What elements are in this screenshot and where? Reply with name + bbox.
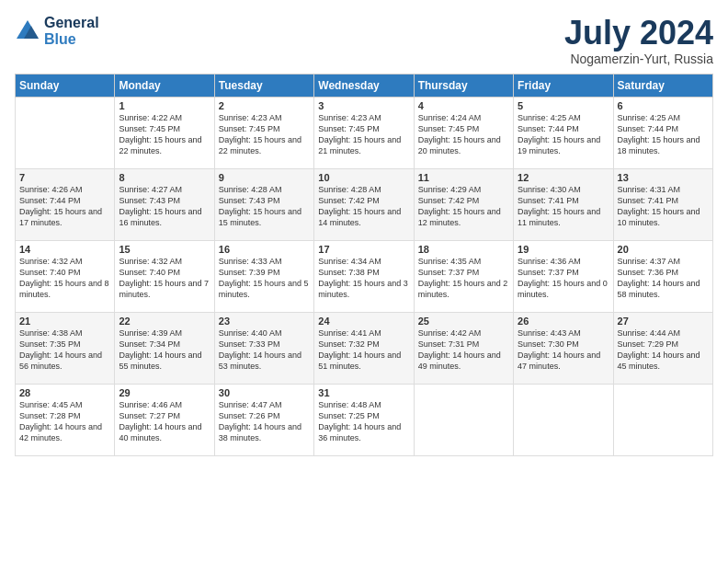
logo: General Blue bbox=[15, 15, 99, 47]
daylight-text: Daylight: 14 hours and 53 minutes. bbox=[219, 350, 310, 372]
day-number: 30 bbox=[219, 387, 310, 398]
sunrise-text: Sunrise: 4:38 AM bbox=[19, 327, 110, 339]
sunrise-text: Sunrise: 4:31 AM bbox=[618, 184, 709, 195]
sunrise-text: Sunrise: 4:26 AM bbox=[19, 184, 110, 195]
sunset-text: Sunset: 7:41 PM bbox=[618, 195, 709, 206]
sunrise-text: Sunrise: 4:47 AM bbox=[219, 399, 310, 410]
calendar-day-header: Saturday bbox=[613, 74, 712, 97]
sunset-text: Sunset: 7:44 PM bbox=[518, 123, 609, 134]
cell-details: Sunrise: 4:33 AM Sunset: 7:39 PM Dayligh… bbox=[219, 256, 310, 301]
sunset-text: Sunset: 7:29 PM bbox=[618, 339, 709, 350]
calendar-cell: 18 Sunrise: 4:35 AM Sunset: 7:37 PM Dayl… bbox=[414, 240, 513, 312]
sunrise-text: Sunrise: 4:32 AM bbox=[19, 256, 110, 267]
sunset-text: Sunset: 7:45 PM bbox=[219, 123, 310, 134]
daylight-text: Daylight: 14 hours and 55 minutes. bbox=[119, 350, 210, 372]
logo-text: General Blue bbox=[44, 15, 99, 47]
cell-details: Sunrise: 4:41 AM Sunset: 7:32 PM Dayligh… bbox=[318, 327, 409, 373]
daylight-text: Daylight: 15 hours and 2 minutes. bbox=[418, 278, 509, 300]
cell-details: Sunrise: 4:36 AM Sunset: 7:37 PM Dayligh… bbox=[518, 256, 609, 301]
sunset-text: Sunset: 7:43 PM bbox=[219, 195, 310, 206]
sunrise-text: Sunrise: 4:23 AM bbox=[219, 112, 310, 123]
sunset-text: Sunset: 7:45 PM bbox=[418, 123, 509, 134]
calendar-cell: 13 Sunrise: 4:31 AM Sunset: 7:41 PM Dayl… bbox=[613, 168, 712, 240]
cell-details: Sunrise: 4:44 AM Sunset: 7:29 PM Dayligh… bbox=[618, 327, 709, 373]
calendar-cell: 23 Sunrise: 4:40 AM Sunset: 7:33 PM Dayl… bbox=[214, 312, 313, 384]
calendar-cell: 21 Sunrise: 4:38 AM Sunset: 7:35 PM Dayl… bbox=[16, 312, 115, 384]
calendar-cell bbox=[16, 97, 115, 168]
cell-details: Sunrise: 4:27 AM Sunset: 7:43 PM Dayligh… bbox=[119, 184, 210, 229]
logo-blue-text: Blue bbox=[44, 31, 99, 48]
sunset-text: Sunset: 7:37 PM bbox=[418, 267, 509, 278]
day-number: 11 bbox=[418, 172, 509, 183]
day-number: 8 bbox=[119, 172, 210, 183]
day-number: 23 bbox=[219, 316, 310, 327]
sunset-text: Sunset: 7:30 PM bbox=[518, 339, 609, 350]
day-number: 5 bbox=[518, 100, 609, 111]
daylight-text: Daylight: 15 hours and 19 minutes. bbox=[518, 134, 609, 156]
sunset-text: Sunset: 7:28 PM bbox=[19, 410, 110, 421]
calendar-cell: 2 Sunrise: 4:23 AM Sunset: 7:45 PM Dayli… bbox=[214, 97, 313, 168]
calendar-cell: 30 Sunrise: 4:47 AM Sunset: 7:26 PM Dayl… bbox=[214, 384, 313, 455]
daylight-text: Daylight: 15 hours and 16 minutes. bbox=[119, 206, 210, 228]
sunset-text: Sunset: 7:37 PM bbox=[518, 267, 609, 278]
day-number: 18 bbox=[418, 244, 509, 255]
cell-details: Sunrise: 4:25 AM Sunset: 7:44 PM Dayligh… bbox=[518, 112, 609, 157]
calendar-cell: 26 Sunrise: 4:43 AM Sunset: 7:30 PM Dayl… bbox=[514, 312, 613, 384]
sunset-text: Sunset: 7:38 PM bbox=[318, 267, 409, 278]
sunset-text: Sunset: 7:45 PM bbox=[119, 123, 210, 134]
daylight-text: Daylight: 14 hours and 51 minutes. bbox=[318, 350, 409, 372]
daylight-text: Daylight: 14 hours and 45 minutes. bbox=[618, 350, 709, 372]
sunrise-text: Sunrise: 4:45 AM bbox=[19, 399, 110, 410]
sunset-text: Sunset: 7:36 PM bbox=[618, 267, 709, 278]
calendar-week-row: 21 Sunrise: 4:38 AM Sunset: 7:35 PM Dayl… bbox=[16, 312, 713, 384]
day-number: 3 bbox=[318, 100, 409, 111]
cell-details: Sunrise: 4:28 AM Sunset: 7:42 PM Dayligh… bbox=[318, 184, 409, 229]
calendar-cell: 6 Sunrise: 4:25 AM Sunset: 7:44 PM Dayli… bbox=[613, 97, 712, 168]
calendar-day-header: Sunday bbox=[16, 74, 115, 97]
calendar-week-row: 1 Sunrise: 4:22 AM Sunset: 7:45 PM Dayli… bbox=[16, 97, 713, 168]
day-number: 15 bbox=[119, 244, 210, 255]
calendar-cell: 27 Sunrise: 4:44 AM Sunset: 7:29 PM Dayl… bbox=[613, 312, 712, 384]
sunrise-text: Sunrise: 4:48 AM bbox=[318, 399, 409, 410]
daylight-text: Daylight: 15 hours and 15 minutes. bbox=[219, 206, 310, 228]
calendar-cell: 16 Sunrise: 4:33 AM Sunset: 7:39 PM Dayl… bbox=[214, 240, 313, 312]
cell-details: Sunrise: 4:22 AM Sunset: 7:45 PM Dayligh… bbox=[119, 112, 210, 157]
calendar-cell: 29 Sunrise: 4:46 AM Sunset: 7:27 PM Dayl… bbox=[115, 384, 214, 455]
daylight-text: Daylight: 14 hours and 42 minutes. bbox=[19, 421, 110, 443]
sunrise-text: Sunrise: 4:24 AM bbox=[418, 112, 509, 123]
sunset-text: Sunset: 7:40 PM bbox=[119, 267, 210, 278]
cell-details: Sunrise: 4:38 AM Sunset: 7:35 PM Dayligh… bbox=[19, 327, 110, 373]
calendar-cell: 1 Sunrise: 4:22 AM Sunset: 7:45 PM Dayli… bbox=[115, 97, 214, 168]
calendar-cell: 31 Sunrise: 4:48 AM Sunset: 7:25 PM Dayl… bbox=[314, 384, 414, 455]
sunset-text: Sunset: 7:42 PM bbox=[418, 195, 509, 206]
day-number: 6 bbox=[618, 100, 709, 111]
daylight-text: Daylight: 14 hours and 36 minutes. bbox=[318, 421, 409, 443]
sunrise-text: Sunrise: 4:43 AM bbox=[518, 327, 609, 339]
calendar-day-header: Tuesday bbox=[214, 74, 313, 97]
cell-details: Sunrise: 4:25 AM Sunset: 7:44 PM Dayligh… bbox=[618, 112, 709, 157]
daylight-text: Daylight: 14 hours and 47 minutes. bbox=[518, 350, 609, 372]
daylight-text: Daylight: 14 hours and 49 minutes. bbox=[418, 350, 509, 372]
calendar-cell: 12 Sunrise: 4:30 AM Sunset: 7:41 PM Dayl… bbox=[514, 168, 613, 240]
daylight-text: Daylight: 14 hours and 38 minutes. bbox=[219, 421, 310, 443]
cell-details: Sunrise: 4:35 AM Sunset: 7:37 PM Dayligh… bbox=[418, 256, 509, 301]
day-number: 12 bbox=[518, 172, 609, 183]
sunrise-text: Sunrise: 4:28 AM bbox=[318, 184, 409, 195]
calendar-cell: 4 Sunrise: 4:24 AM Sunset: 7:45 PM Dayli… bbox=[414, 97, 513, 168]
daylight-text: Daylight: 15 hours and 11 minutes. bbox=[518, 206, 609, 228]
sunset-text: Sunset: 7:25 PM bbox=[318, 410, 409, 421]
calendar-week-row: 14 Sunrise: 4:32 AM Sunset: 7:40 PM Dayl… bbox=[16, 240, 713, 312]
calendar-cell: 8 Sunrise: 4:27 AM Sunset: 7:43 PM Dayli… bbox=[115, 168, 214, 240]
daylight-text: Daylight: 15 hours and 18 minutes. bbox=[618, 134, 709, 156]
calendar-cell: 19 Sunrise: 4:36 AM Sunset: 7:37 PM Dayl… bbox=[514, 240, 613, 312]
day-number: 26 bbox=[518, 316, 609, 327]
cell-details: Sunrise: 4:42 AM Sunset: 7:31 PM Dayligh… bbox=[418, 327, 509, 373]
cell-details: Sunrise: 4:39 AM Sunset: 7:34 PM Dayligh… bbox=[119, 327, 210, 373]
daylight-text: Daylight: 15 hours and 8 minutes. bbox=[19, 278, 110, 300]
calendar-cell: 14 Sunrise: 4:32 AM Sunset: 7:40 PM Dayl… bbox=[16, 240, 115, 312]
calendar-day-header: Wednesday bbox=[314, 74, 414, 97]
cell-details: Sunrise: 4:46 AM Sunset: 7:27 PM Dayligh… bbox=[119, 399, 210, 444]
daylight-text: Daylight: 15 hours and 22 minutes. bbox=[119, 134, 210, 156]
day-number: 24 bbox=[318, 316, 409, 327]
calendar-cell: 25 Sunrise: 4:42 AM Sunset: 7:31 PM Dayl… bbox=[414, 312, 513, 384]
